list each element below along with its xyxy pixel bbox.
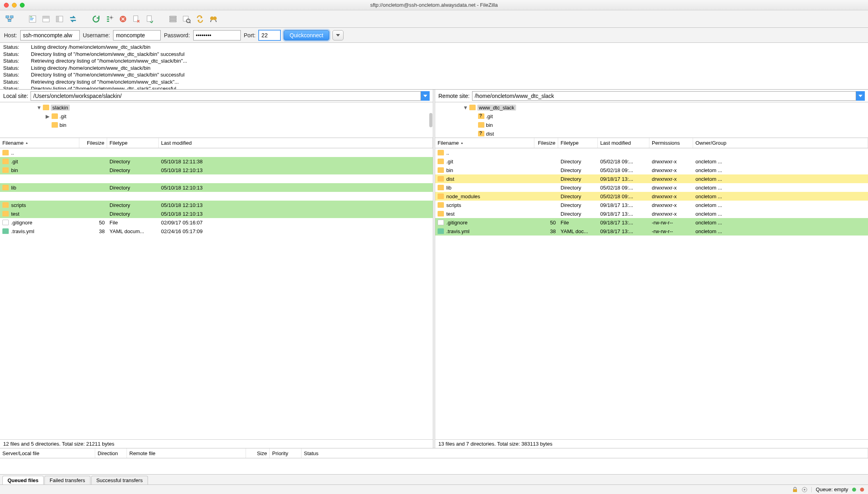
tree-item-label: www_dtc_slack: [477, 105, 516, 111]
local-site-dropdown[interactable]: [421, 91, 430, 101]
file-row[interactable]: scriptsDirectory05/10/18 12:10:13: [0, 201, 433, 209]
column-header[interactable]: Permissions: [649, 138, 693, 148]
file-owner: oncletom ...: [693, 167, 868, 173]
tree-item[interactable]: ▼www_dtc_slack: [437, 103, 866, 112]
expand-arrow-icon[interactable]: ▶: [45, 113, 50, 119]
tree-item[interactable]: .git: [437, 112, 866, 121]
remote-site-input[interactable]: [472, 91, 856, 101]
expand-arrow-icon[interactable]: ▼: [36, 105, 41, 111]
column-header[interactable]: Remote file: [127, 448, 246, 458]
column-header[interactable]: Last modified: [159, 138, 433, 148]
file-permissions: drwxrwxr-x: [649, 211, 693, 217]
tree-item[interactable]: bin: [2, 121, 431, 129]
expand-arrow-icon[interactable]: ▼: [463, 105, 468, 111]
svg-rect-6: [30, 19, 33, 20]
log-label: Status:: [3, 44, 25, 51]
cancel-button[interactable]: [117, 13, 129, 25]
queue-body[interactable]: [0, 458, 868, 474]
column-header[interactable]: Size: [246, 448, 270, 458]
site-manager-button[interactable]: [4, 13, 15, 25]
column-header[interactable]: Direction: [95, 448, 127, 458]
file-type: Directory: [107, 185, 159, 191]
file-row[interactable]: binDirectory05/10/18 12:10:13: [0, 166, 433, 174]
file-row[interactable]: .travis.yml38YAML docum...02/24/16 05:17…: [0, 227, 433, 236]
file-name: lib: [11, 185, 16, 191]
file-row[interactable]: binDirectory05/02/18 09:...drwxrwxr-xonc…: [435, 166, 868, 174]
port-input[interactable]: [259, 30, 280, 40]
toggle-local-tree-button[interactable]: [40, 13, 52, 25]
close-window-button[interactable]: [4, 3, 9, 8]
local-file-list[interactable]: ...gitDirectory05/10/18 12:11:38binDirec…: [0, 148, 433, 439]
folder-icon: [478, 113, 484, 119]
column-header[interactable]: Filesize: [534, 138, 558, 148]
scrollbar[interactable]: [429, 113, 432, 127]
host-input[interactable]: [20, 30, 80, 40]
tree-item[interactable]: ▶.git: [2, 112, 431, 121]
process-queue-button[interactable]: [104, 13, 115, 25]
queue-tab[interactable]: Failed transfers: [44, 476, 90, 484]
file-name: node_modules: [446, 193, 480, 199]
column-header[interactable]: Filename: [0, 138, 79, 148]
file-row[interactable]: ..: [0, 148, 433, 157]
refresh-button[interactable]: [90, 13, 102, 25]
minimize-window-button[interactable]: [12, 3, 17, 8]
filelist-filter-button[interactable]: [167, 13, 179, 25]
file-row[interactable]: node_modulesDirectory05/02/18 09:...drwx…: [435, 192, 868, 201]
toggle-remote-tree-button[interactable]: [54, 13, 65, 25]
file-row[interactable]: .gitDirectory05/02/18 09:...drwxrwxr-xon…: [435, 157, 868, 166]
file-modified: 02/09/17 05:16:07: [159, 220, 433, 226]
file-row[interactable]: .travis.yml38YAML doc...09/18/17 13:...-…: [435, 227, 868, 236]
remote-tree[interactable]: ▼www_dtc_slack.gitbindist: [435, 102, 868, 138]
file-row[interactable]: libDirectory05/10/18 12:10:13: [0, 183, 433, 192]
search-button[interactable]: [208, 13, 219, 25]
file-row[interactable]: ..: [435, 148, 868, 157]
column-header[interactable]: Filetype: [107, 138, 159, 148]
disconnect-button[interactable]: [131, 13, 142, 25]
log-message: Directory listing of "/home/oncletom/www…: [31, 51, 184, 58]
column-header[interactable]: Filesize: [79, 138, 107, 148]
toggle-queue-button[interactable]: [67, 13, 79, 25]
tree-item[interactable]: dist: [437, 129, 866, 138]
file-row[interactable]: testDirectory05/10/18 12:10:13: [0, 209, 433, 218]
password-input[interactable]: [193, 30, 241, 40]
remote-file-list[interactable]: ...gitDirectory05/02/18 09:...drwxrwxr-x…: [435, 148, 868, 439]
file-row[interactable]: scriptsDirectory09/18/17 13:...drwxrwxr-…: [435, 201, 868, 209]
toggle-log-button[interactable]: [27, 13, 38, 25]
file-name: .travis.yml: [446, 228, 470, 234]
file-owner: oncletom ...: [693, 202, 868, 208]
column-header[interactable]: Filename: [435, 138, 534, 148]
file-size: 50: [79, 220, 107, 226]
log-label: Status:: [3, 79, 25, 86]
tree-item[interactable]: bin: [437, 121, 866, 129]
tree-item[interactable]: ▼slackin: [2, 103, 431, 112]
column-header[interactable]: Owner/Group: [693, 138, 868, 148]
directory-compare-button[interactable]: [181, 13, 192, 25]
svg-rect-0: [6, 15, 9, 18]
file-row[interactable]: .gitDirectory05/10/18 12:11:38: [0, 157, 433, 166]
reconnect-button[interactable]: [144, 13, 156, 25]
message-log[interactable]: Status:Listing directory /home/oncletom/…: [0, 43, 868, 90]
remote-site-dropdown[interactable]: [856, 91, 865, 101]
queue-tab[interactable]: Successful transfers: [91, 476, 148, 484]
queue-tab[interactable]: Queued files: [2, 476, 44, 484]
svg-point-11: [110, 16, 113, 19]
file-row[interactable]: .gitignore50File09/18/17 13:...-rw-rw-r-…: [435, 218, 868, 227]
file-row[interactable]: distDirectory09/18/17 13:...drwxrwxr-xon…: [435, 174, 868, 183]
file-icon: [438, 228, 444, 234]
column-header[interactable]: Filetype: [558, 138, 598, 148]
file-row[interactable]: testDirectory09/18/17 13:...drwxrwxr-xon…: [435, 209, 868, 218]
username-input[interactable]: [113, 30, 161, 40]
sync-browsing-button[interactable]: [194, 13, 205, 25]
file-row[interactable]: .gitignore50File02/09/17 05:16:07: [0, 218, 433, 227]
column-header[interactable]: Status: [301, 448, 868, 458]
column-header[interactable]: Priority: [270, 448, 301, 458]
file-modified: 09/18/17 13:...: [598, 220, 649, 226]
file-row[interactable]: libDirectory05/02/18 09:...drwxrwxr-xonc…: [435, 183, 868, 192]
column-header[interactable]: Last modified: [598, 138, 649, 148]
quickconnect-button[interactable]: Quickconnect: [284, 30, 329, 40]
local-tree[interactable]: ▼slackin▶.gitbin: [0, 102, 433, 138]
column-header[interactable]: Server/Local file: [0, 448, 95, 458]
local-site-input[interactable]: [31, 91, 421, 101]
maximize-window-button[interactable]: [20, 3, 25, 8]
quickconnect-history-dropdown[interactable]: [332, 30, 344, 40]
